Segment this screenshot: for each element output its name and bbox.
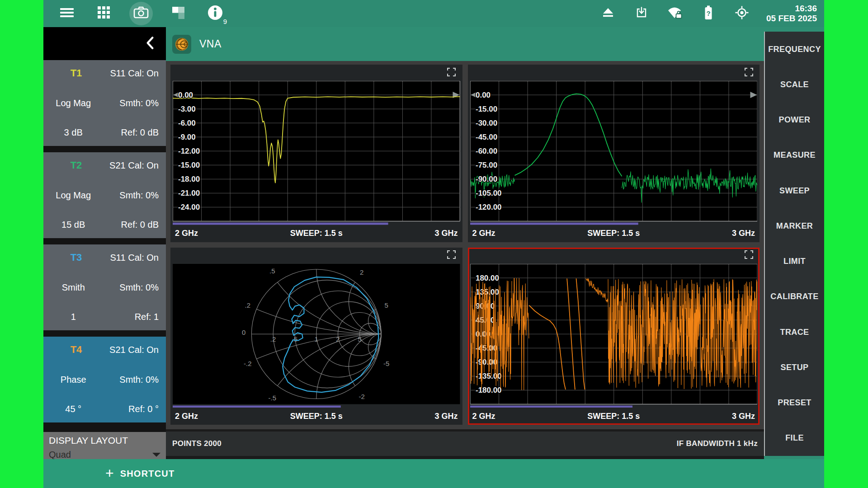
menu-item-preset[interactable]: PRESET (765, 385, 824, 421)
add-shortcut-button[interactable]: + SHORTCUT (105, 467, 175, 480)
trace-card-row: 15 dBRef: 0 dB (51, 220, 159, 230)
screenshot-highlight (129, 2, 153, 25)
trace-id: T4 (51, 344, 98, 356)
menu-item-power[interactable]: POWER (765, 103, 824, 138)
notification-count-badge: 9 (223, 18, 227, 25)
system-top-bar: 9 ?16:3605 FEB 2025 (43, 0, 824, 27)
menu-item-frequency[interactable]: FREQUENCY (765, 32, 824, 67)
svg-text:-9.00: -9.00 (178, 133, 196, 141)
trace-card-row: PhaseSmth: 0% (51, 375, 159, 385)
svg-text:-.2: -.2 (244, 360, 251, 367)
top-bar-right-icons: ?16:3605 FEB 2025 (599, 1, 820, 26)
chevron-down-icon (152, 453, 160, 457)
trace-card-list: T1S11 Cal: OnLog MagSmth: 0%3 dBRef: 0 d… (43, 60, 166, 429)
trace-card-row: Log MagSmth: 0% (51, 190, 159, 201)
trace-card-t1[interactable]: T1S11 Cal: OnLog MagSmth: 0%3 dBRef: 0 d… (43, 60, 166, 146)
battery-unknown-button[interactable]: ? (699, 1, 717, 26)
menu-item-measure[interactable]: MEASURE (765, 138, 824, 173)
svg-text:-6.00: -6.00 (178, 119, 196, 127)
trace-card-row: T2S21 Cal: On (51, 160, 159, 171)
menu-button[interactable] (52, 1, 82, 26)
svg-text:1: 1 (315, 264, 318, 265)
display-layout-select[interactable]: Quad (49, 450, 160, 460)
svg-text:.2: .2 (245, 301, 250, 309)
eject-button[interactable] (599, 1, 617, 26)
chart-panel-s21-logmag[interactable]: 0.00-15.00-30.00-45.00-60.00-75.00-90.00… (468, 65, 760, 242)
x-start-label: 2 GHz (175, 412, 269, 421)
trace-ref: Ref: 0 ° (96, 404, 159, 414)
save-button[interactable] (632, 1, 651, 26)
menu-item-file[interactable]: FILE (765, 421, 824, 456)
menu-item-scale[interactable]: SCALE (765, 67, 824, 102)
chart-plot-s11-smith: 1.5.20-.2-.5-125-2-5.2.5125 (173, 264, 460, 408)
trace-card-t4[interactable]: T4S21 Cal: OnPhaseSmth: 0%45 °Ref: 0 ° (43, 337, 166, 422)
svg-text:-24.00: -24.00 (178, 203, 200, 211)
x-stop-label: 3 GHz (661, 229, 755, 238)
svg-text:-15.00: -15.00 (475, 105, 497, 113)
trace-ref: Ref: 0 dB (96, 127, 159, 138)
wifi-lock-button[interactable] (666, 1, 684, 26)
chevron-left-icon (145, 36, 155, 52)
trace-cal: S11 Cal: On (98, 68, 159, 79)
menu-item-setup[interactable]: SETUP (765, 350, 824, 385)
screen: { "top_bar": { "badge": "9", "time": "16… (0, 0, 868, 488)
if-bandwidth-status: IF BANDWIDTH 1 kHz (677, 439, 758, 448)
app-body: T1S11 Cal: OnLog MagSmth: 0%3 dBRef: 0 d… (43, 27, 824, 459)
svg-text:-2: -2 (359, 393, 364, 400)
menu-item-sweep[interactable]: SWEEP (765, 173, 824, 208)
fullscreen-icon (447, 68, 456, 78)
expand-button[interactable] (446, 250, 457, 261)
gps-button[interactable] (733, 1, 751, 26)
svg-text:-30.00: -30.00 (475, 119, 497, 127)
menu-item-limit[interactable]: LIMIT (765, 244, 824, 279)
svg-text:2: 2 (360, 268, 363, 276)
chart-panel-header (468, 248, 760, 264)
expand-button[interactable] (743, 250, 754, 261)
svg-text:-21.00: -21.00 (178, 189, 200, 197)
display-layout-label: DISPLAY LAYOUT (49, 435, 160, 446)
softkey-menu: FREQUENCYSCALEPOWERMEASURESWEEPMARKERLIM… (764, 32, 824, 456)
shortcut-bar: + SHORTCUT (43, 459, 824, 488)
screenshot-button[interactable] (126, 1, 156, 26)
trace-card-row: T3S11 Cal: On (51, 252, 159, 263)
svg-text:2: 2 (336, 335, 340, 343)
chart-panel-s11-smith[interactable]: 1.5.20-.2-.5-125-2-5.2.51252 GHzSWEEP: 1… (170, 248, 462, 425)
svg-text:?: ? (706, 9, 710, 17)
apps-button[interactable] (89, 1, 119, 26)
chart-panel-header (170, 65, 462, 81)
info-button[interactable]: 9 (200, 1, 231, 26)
windows-icon (172, 7, 184, 21)
trace-smoothing: Smth: 0% (96, 282, 159, 293)
chart-panel-s21-phase[interactable]: 180.00135.0090.0045.000.00-45.00-90.00-1… (468, 248, 760, 425)
menu-item-calibrate[interactable]: CALIBRATE (765, 279, 824, 314)
menu-item-marker[interactable]: MARKER (765, 208, 824, 244)
trace-sidebar: T1S11 Cal: OnLog MagSmth: 0%3 dBRef: 0 d… (43, 27, 166, 459)
trace-cal: S21 Cal: On (98, 160, 159, 171)
trace-format: Smith (51, 282, 96, 293)
menu-item-trace[interactable]: TRACE (765, 314, 824, 350)
svg-text:-105.00: -105.00 (475, 189, 501, 197)
fullscreen-icon (447, 250, 456, 261)
expand-button[interactable] (743, 67, 754, 78)
chart-panel-header (170, 248, 462, 264)
chart-panel-s11-logmag[interactable]: 0.00-3.00-6.00-9.00-12.00-15.00-18.00-21… (170, 65, 462, 242)
windows-button[interactable] (163, 1, 193, 26)
trace-card-row: 1Ref: 1 (51, 312, 159, 322)
trace-card-t3[interactable]: T3S11 Cal: OnSmithSmth: 0%1Ref: 1 (43, 244, 166, 330)
trace-scale: 45 ° (51, 404, 96, 414)
svg-text:-90.00: -90.00 (475, 358, 497, 366)
expand-button[interactable] (446, 67, 457, 78)
display-layout-value: Quad (49, 450, 71, 460)
trace-cal: S11 Cal: On (98, 253, 159, 263)
x-start-label: 2 GHz (472, 412, 567, 421)
vna-app-icon[interactable] (172, 35, 191, 54)
svg-text:.2: .2 (270, 335, 276, 343)
x-start-label: 2 GHz (472, 229, 567, 238)
sidebar-collapse-button[interactable] (43, 27, 166, 60)
x-stop-label: 3 GHz (363, 412, 458, 421)
trace-card-t2[interactable]: T2S21 Cal: OnLog MagSmth: 0%15 dBRef: 0 … (43, 152, 166, 238)
trace-smoothing: Smth: 0% (96, 98, 159, 108)
x-stop-label: 3 GHz (661, 412, 755, 421)
svg-text:-5: -5 (383, 360, 389, 367)
x-start-label: 2 GHz (175, 229, 269, 238)
